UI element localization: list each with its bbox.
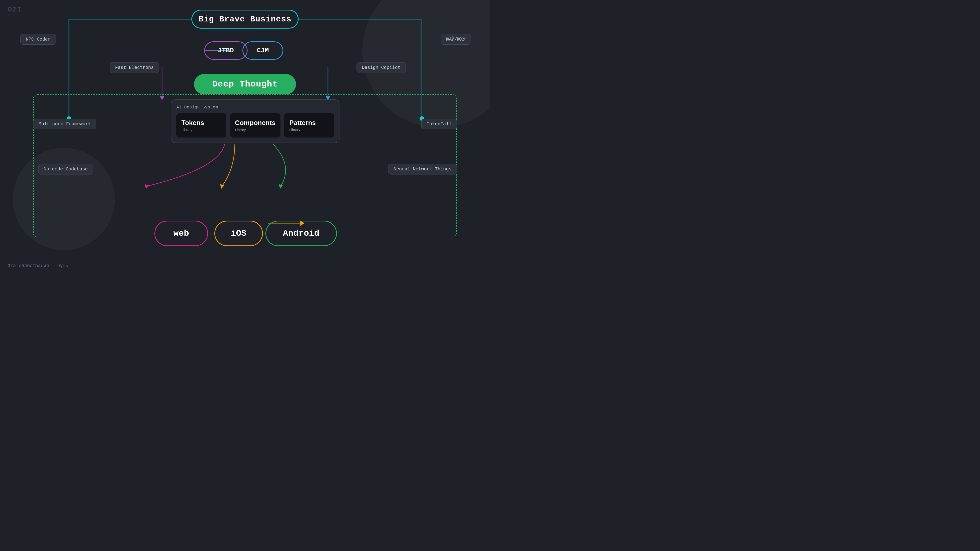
label-npc-coder: NPC Coder (21, 34, 56, 44)
svg-marker-11 (220, 184, 224, 189)
node-ios: iOS (215, 221, 263, 246)
tokens-sub: Library (181, 128, 221, 132)
ai-design-label: AI Design System (177, 105, 334, 110)
node-cjm: CJM (242, 41, 283, 60)
logo: OZI (8, 6, 22, 14)
svg-marker-12 (279, 184, 283, 189)
label-fast-electrons: Fast Electrons (110, 62, 159, 73)
label-design-copilot: Design Copilot (356, 62, 406, 73)
patterns-title: Patterns (289, 119, 329, 127)
label-uai-uxy: ЮАЙ/ЮХУ (441, 34, 471, 44)
canvas: OZI Big Brave Business JTBD CJM Deep Tho… (0, 0, 490, 275)
node-deep-thought: Deep Thought (194, 74, 296, 94)
label-tokenfall: TokenFall (422, 119, 457, 129)
patterns-sub: Library (289, 128, 329, 132)
tokens-title: Tokens (181, 119, 221, 127)
label-no-code-codebase: No-code Codebase (38, 164, 93, 175)
ai-cards: Tokens Library Components Library Patter… (177, 113, 334, 138)
bg-deco-2 (13, 148, 115, 250)
node-jtbd: JTBD (204, 41, 248, 60)
node-android: Android (266, 221, 337, 246)
components-sub: Library (235, 128, 275, 132)
label-neural-network-things: Neural Network Things (388, 164, 457, 175)
svg-marker-7 (159, 96, 165, 100)
ai-design-system: AI Design System Tokens Library Componen… (171, 100, 339, 143)
caption: Эта иллюстрация — чушь (8, 263, 68, 268)
node-web: web (154, 221, 208, 246)
label-multicore-framework: Multicore Framework (33, 119, 96, 129)
ai-card-patterns: Patterns Library (284, 113, 334, 138)
svg-marker-10 (145, 184, 149, 189)
node-big-brave-business: Big Brave Business (191, 10, 299, 29)
ai-card-tokens: Tokens Library (177, 113, 226, 138)
components-title: Components (235, 119, 275, 127)
ai-card-components: Components Library (230, 113, 281, 138)
